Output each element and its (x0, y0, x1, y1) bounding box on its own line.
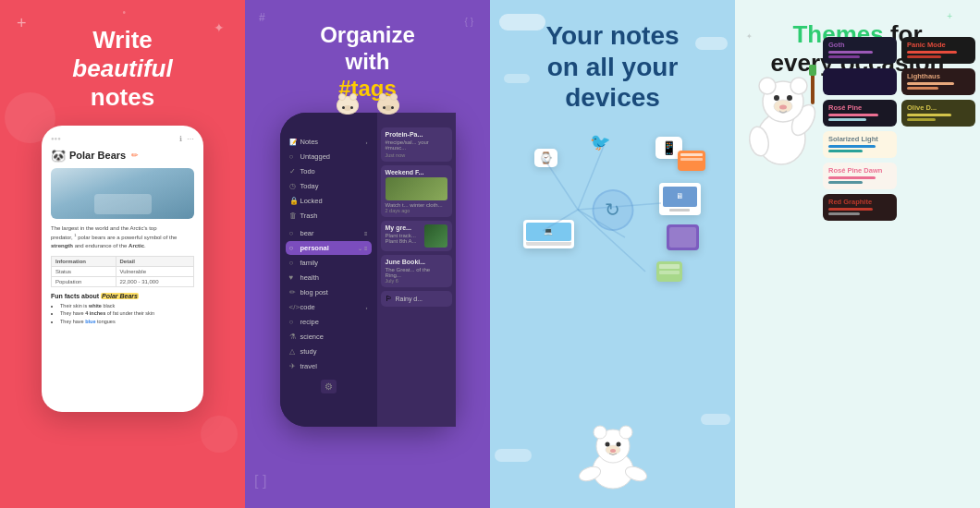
fun-facts-list: Their skin is white black They have 4 in… (51, 302, 194, 326)
list-item: They have blue tongues (60, 318, 194, 326)
theme-card-olive[interactable]: Olive D... (901, 100, 975, 127)
bird-icon: 🐦 (590, 132, 610, 152)
table-cell: Population (52, 276, 116, 286)
deco-hash-2: { } (465, 17, 473, 27)
note-card-device (678, 151, 705, 171)
note-card-thumb-3 (424, 224, 447, 248)
note-card-preview-4: The Great... of the Ring... (386, 267, 447, 278)
sidebar-arrow-notes: › (366, 139, 368, 145)
fun-facts-title: Fun facts about Polar Bears (51, 293, 194, 299)
note-card-4[interactable]: June Booki... The Great... of the Ring..… (381, 255, 452, 287)
sidebar-item-health[interactable]: ♥ health (286, 271, 372, 284)
theme-card-rose-pine[interactable]: Rosé Pine (823, 100, 897, 127)
sidebar-bottom: ⚙ (286, 374, 372, 393)
deco-plus-4: + (947, 11, 952, 21)
theme-label-panic: Panic Mode (907, 41, 970, 49)
sidebar-item-code[interactable]: </> code › (286, 300, 372, 314)
table-row: Population 22,000 - 31,000 (52, 276, 194, 286)
small-tablet-device (656, 261, 682, 282)
note-card-meta-2: 2 days ago (386, 208, 447, 213)
laptop-icon: 💻 (544, 227, 553, 236)
heading-line3: notes (91, 83, 154, 111)
sidebar-label-blog: blog post (300, 288, 328, 296)
sidebar-item-locked[interactable]: 🔒 Locked (286, 194, 372, 208)
science-icon: ⚗ (289, 333, 297, 341)
theme-card-rose-pine-dawn[interactable]: Rosé Pine Dawn (823, 163, 897, 189)
bear-head-2 (377, 96, 399, 115)
topbar-icons: ℹ ⋯ (179, 135, 194, 143)
sidebar-item-family[interactable]: ○ family (286, 256, 372, 270)
panel-sync-devices: Your notes on all your devices 🐦 ⌚ 📱 🖥 (490, 0, 735, 508)
svg-point-25 (774, 95, 779, 101)
sidebar-label-today: Today (300, 182, 319, 190)
cloud-5 (701, 414, 730, 425)
sidebar-item-recipe[interactable]: ○ recipe (286, 315, 372, 329)
sidebar-label-trash: Trash (300, 212, 318, 220)
theme-card-goth[interactable]: Goth (823, 37, 897, 64)
sidebar-label-code: code (300, 303, 315, 311)
sidebar-label-bear: bear (300, 229, 314, 237)
svg-point-23 (790, 78, 807, 94)
locked-icon: 🔒 (289, 197, 297, 205)
panel-1-heading: Write beautiful notes (72, 26, 172, 113)
untagged-icon: ○ (289, 152, 297, 161)
theme-card-solarized[interactable]: Solarized Light (823, 131, 897, 158)
note-card-meta-1: Just now (386, 152, 447, 158)
note-card-5[interactable]: 🏳 Rainy d... (381, 291, 452, 307)
sidebar-item-travel[interactable]: ✈ travel (286, 359, 372, 373)
sidebar-item-bear[interactable]: ○ bear ≡ (286, 226, 372, 240)
bear-head-right (377, 96, 399, 115)
table-cell: 22,000 - 31,000 (116, 276, 194, 286)
health-icon: ♥ (289, 273, 297, 282)
theme-label-lighthaus: Lighthaus (907, 72, 970, 80)
sidebar-badge-bear: ≡ (364, 231, 368, 236)
theme-label-olive: Olive D... (907, 103, 970, 112)
heading-line2: beautiful (72, 54, 172, 82)
cloud-2 (695, 37, 728, 50)
theme-line-goth-1 (828, 51, 873, 54)
devices-illustration: 🐦 ⌚ 📱 🖥 💻 (516, 123, 710, 335)
theme-line-goth-2 (828, 55, 860, 58)
more-icon: ⋯ (187, 135, 194, 143)
filter-icon[interactable]: ⚙ (321, 380, 337, 393)
svg-point-27 (779, 105, 787, 110)
tablet-device (667, 224, 699, 250)
sidebar-label-recipe: recipe (300, 318, 319, 326)
note-card-3[interactable]: My gre... Plant track...Plant 8th A... (381, 221, 452, 251)
note-body-text: The largest in the world and the Arctic'… (51, 224, 194, 250)
note-card-title-4: June Booki... (386, 259, 447, 265)
svg-point-13 (605, 442, 609, 447)
bear-ear-left (338, 93, 346, 101)
sidebar-item-untagged[interactable]: ○ Untagged (286, 150, 372, 163)
sidebar-item-trash[interactable]: 🗑 Trash (286, 209, 372, 223)
todo-icon: ✓ (289, 167, 297, 175)
panel-organize-tags: # { } [ ] Organize with #tags (245, 0, 490, 508)
theme-card-panic[interactable]: Panic Mode (901, 37, 975, 64)
sidebar-item-today[interactable]: ◷ Today (286, 179, 372, 193)
sidebar-item-personal[interactable]: ○ personal ⌄ ≡ (286, 241, 372, 255)
sidebar-item-todo[interactable]: ✓ Todo (286, 164, 372, 178)
theme-card-red-graphite[interactable]: Red Graphite (823, 194, 897, 221)
panel-themes: + ✦ Themes for every occasion (735, 0, 980, 508)
sidebar-item-science[interactable]: ⚗ science (286, 330, 372, 344)
table-row: Status Vulnerable (52, 266, 194, 276)
sidebar-item-blog[interactable]: ✏ blog post (286, 285, 372, 299)
sidebar-label-study: study (300, 347, 317, 356)
bear-head-left (337, 96, 359, 115)
sidebar-item-notes[interactable]: 📝 Notes › (286, 135, 372, 149)
theme-card-lighthaus[interactable]: Lighthaus (901, 68, 975, 95)
theme-label-solarized: Solarized Light (828, 135, 891, 143)
monitor-screen: 🖥 (663, 187, 697, 207)
sidebar-label-untagged: Untagged (300, 152, 331, 161)
theme-label-red-graphite: Red Graphite (828, 198, 891, 206)
deco-plus-1: + (17, 14, 27, 33)
code-icon: </> (289, 303, 297, 311)
polar-bears-highlight: Polar Bears (101, 293, 139, 299)
edit-icon: ✏ (131, 151, 139, 160)
note-card-1[interactable]: Protein-Pa... #recipe/sal... your #musc.… (381, 127, 452, 162)
svg-point-22 (759, 78, 776, 94)
phone-topbar: ●●● ℹ ⋯ (51, 135, 194, 143)
note-card-2[interactable]: Weekend F... Watch t... winter cloth... … (381, 165, 452, 217)
sidebar-item-study[interactable]: △ study (286, 345, 372, 358)
deco-hash-3: [ ] (254, 473, 266, 490)
